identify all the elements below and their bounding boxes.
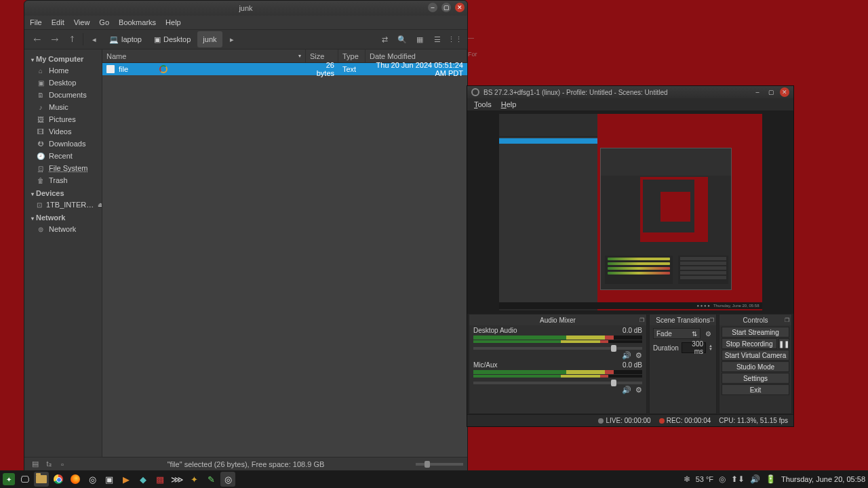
search-button[interactable]: 🔍 [394,31,410,47]
transition-settings-button[interactable]: ⚙ [703,329,713,338]
compact-view-button[interactable]: ⋮⋮ [447,31,463,47]
settings-button[interactable]: Settings [722,373,789,384]
obs-titlebar[interactable]: BS 27.2.3+dfsg1-1 (linux) - Profile: Unt… [467,86,793,98]
breadcrumb-desktop[interactable]: ▣Desktop [149,31,196,47]
obs-preview[interactable]: ● ● ● ● Thursday, June 20, 05:58 [467,110,793,314]
status-places-button[interactable]: ▤ [28,459,42,470]
breadcrumb-laptop[interactable]: 💻laptop [104,31,147,47]
side-trash[interactable]: 🗑Trash [24,174,102,186]
side-group-network[interactable]: ▾Network [24,211,102,223]
maximize-button[interactable]: ▢ [441,3,451,12]
obs-minimize-button[interactable]: – [753,87,762,97]
side-recent[interactable]: 🕘Recent [24,150,102,162]
taskbar-terminal-icon[interactable]: ▣ [102,472,117,487]
start-menu-button[interactable]: ✦ [3,473,15,485]
table-row[interactable]: file 26 bytes Text Thu 20 Jun 2024 05:51… [102,63,467,75]
minimize-button[interactable]: – [428,3,437,12]
col-name[interactable]: Name▾ [102,49,306,62]
side-device-1tb[interactable]: ⊡1TB_INTER…⏏ [24,199,102,211]
side-group-mycomputer[interactable]: ▾My Computer [24,52,102,64]
side-desktop[interactable]: ▣Desktop [24,77,102,89]
taskbar-firefox-icon[interactable] [68,472,83,487]
dock-popout-icon[interactable]: ❐ [639,317,644,323]
taskbar-text-editor-icon[interactable]: ✎ [203,472,218,487]
studio-mode-button[interactable]: Studio Mode [722,361,789,372]
menu-bookmarks[interactable]: Bookmarks [119,18,156,26]
tray-network-icon[interactable]: ⬆⬇ [731,474,745,484]
side-pictures[interactable]: 🖼Pictures [24,113,102,125]
gear-icon[interactable]: ⚙ [635,351,642,360]
duration-input[interactable]: 300 ms [682,342,706,353]
menu-view[interactable]: View [74,18,90,26]
taskbar-app-icon-3[interactable]: ⋙ [170,472,184,487]
menu-help[interactable]: Help [165,18,181,26]
col-type[interactable]: Type [338,49,366,62]
tray-volume-icon[interactable]: 🔊 [750,474,760,484]
fm-sidebar: ▾My Computer ⌂Home ▣Desktop 🗎Documents ♪… [24,49,102,457]
tray-obs-icon[interactable]: ◎ [719,474,726,484]
list-view-button[interactable]: ☰ [429,31,446,47]
nav-back-button[interactable]: 🡐 [28,31,45,47]
pause-recording-button[interactable]: ❚❚ [778,338,789,349]
menu-file[interactable]: File [30,18,42,26]
breadcrumb-junk[interactable]: junk [197,31,222,47]
taskbar-app-icon-2[interactable]: ▩ [153,472,167,487]
obs-menu-help[interactable]: Help [501,100,517,108]
menu-edit[interactable]: Edit [52,18,64,26]
speaker-icon[interactable]: 🔊 [622,351,631,360]
weather-temp[interactable]: 53 °F [696,475,713,483]
stop-recording-button[interactable]: Stop Recording [722,338,777,349]
speaker-icon[interactable]: 🔊 [622,386,631,394]
obs-close-button[interactable]: ✕ [780,87,789,97]
menu-go[interactable]: Go [99,18,109,26]
dock-popout-icon[interactable]: ❐ [709,317,714,323]
side-documents[interactable]: 🗎Documents [24,89,102,101]
start-streaming-button[interactable]: Start Streaming [722,327,789,338]
volume-slider[interactable] [473,347,642,350]
tray-battery-icon[interactable]: 🔋 [766,474,776,484]
file-size: 26 bytes [306,61,338,77]
taskbar-system-monitor-icon[interactable]: 🖵 [17,472,32,487]
side-videos[interactable]: 🎞Videos [24,125,102,138]
taskbar-app-icon-1[interactable]: ◆ [136,472,151,487]
nav-up-button[interactable]: 🡑 [64,31,80,47]
taskbar-steam-icon[interactable]: ◎ [85,472,100,487]
toggle-path-button[interactable]: ⇄ [376,31,393,47]
weather-icon[interactable]: ❄ [684,474,690,484]
zoom-slider[interactable] [416,463,463,466]
exit-button[interactable]: Exit [722,384,789,395]
fm-titlebar[interactable]: junk – ▢ ✕ [24,1,467,16]
side-filesystem[interactable]: ⊡File System [24,162,102,174]
fm-content: Name▾ Size Type Date Modified file 26 by… [102,49,467,457]
start-virtual-camera-button[interactable]: Start Virtual Camera [722,350,789,361]
side-group-devices[interactable]: ▾Devices [24,186,102,199]
taskbar-obs-icon[interactable]: ◎ [220,472,235,487]
duration-spinner[interactable]: ▲▼ [709,344,713,351]
dock-popout-icon[interactable]: ❐ [785,317,789,323]
mixer-channel-mic: Mic/Aux0.0 dB 🔊⚙ [469,360,646,394]
status-hide-button[interactable]: ▫ [56,459,69,470]
obs-menu-tools[interactable]: Tools [474,100,492,108]
eject-icon[interactable]: ⏏ [98,201,102,208]
volume-slider[interactable] [473,382,642,384]
taskbar-media-player-icon[interactable]: ▶ [119,472,134,487]
path-next-button[interactable]: ▸ [224,31,240,47]
gear-icon[interactable]: ⚙ [635,386,642,394]
close-button[interactable]: ✕ [455,3,465,12]
side-downloads[interactable]: ⮋Downloads [24,138,102,150]
taskbar-chrome-icon[interactable] [51,472,66,487]
transition-select[interactable]: Fade⇅ [653,328,701,339]
obs-maximize-button[interactable]: ▢ [766,87,776,97]
side-music[interactable]: ♪Music [24,101,102,113]
fm-title: junk [239,4,252,12]
nav-forward-button[interactable]: 🡒 [46,31,62,47]
audio-mixer-dock: Audio Mixer❐ Desktop Audio0.0 dB 🔊⚙ Mic/… [469,314,647,414]
taskbar-file-manager-icon[interactable] [34,472,49,487]
grid-view-button[interactable]: ▦ [412,31,428,47]
status-tree-button[interactable]: t₂ [42,459,56,470]
side-home[interactable]: ⌂Home [24,64,102,77]
taskbar-clock[interactable]: Thursday, June 20, 05:58 [781,475,865,483]
path-prev-button[interactable]: ◂ [86,31,102,47]
side-network[interactable]: ⊚Network [24,223,102,235]
taskbar-app-icon-4[interactable]: ✦ [186,472,201,487]
